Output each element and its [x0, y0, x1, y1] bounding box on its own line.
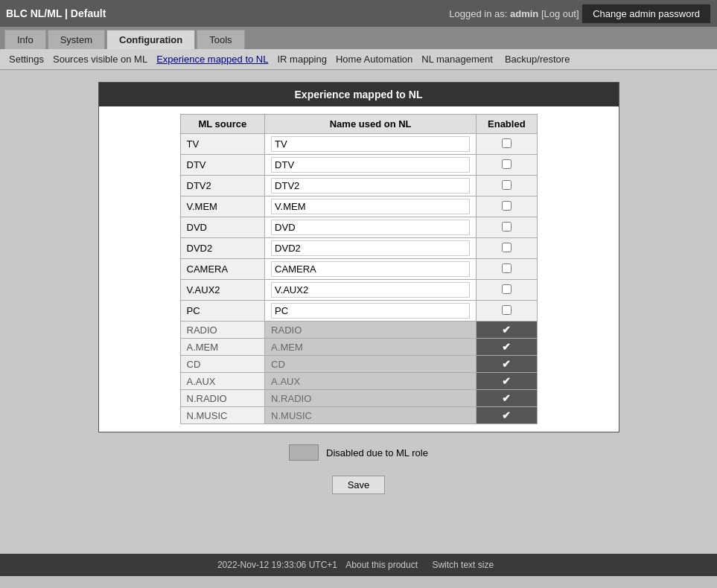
enabled-cell[interactable] [477, 301, 537, 322]
name-input[interactable] [271, 178, 470, 194]
name-cell: N.RADIO [265, 390, 477, 407]
ml-source-cell: DVD [180, 217, 265, 238]
enabled-checkbox[interactable] [502, 201, 512, 211]
table-row: DTV2 [180, 176, 537, 196]
footer-timestamp: 2022-Nov-12 19:33:06 UTC+1 [217, 560, 337, 570]
enabled-cell[interactable] [477, 217, 537, 238]
logout-link[interactable]: [Log out] [541, 8, 579, 19]
name-input[interactable] [271, 282, 470, 298]
ml-source-cell: CAMERA [180, 259, 265, 280]
table-container: Experience mapped to NL ML source Name u… [98, 82, 619, 432]
name-cell: N.MUSIC [265, 407, 477, 424]
sub-nav-sources[interactable]: Sources visible on ML [50, 52, 150, 66]
tab-info[interactable]: Info [4, 30, 46, 49]
enabled-checkbox[interactable] [502, 159, 512, 169]
about-link[interactable]: About this product [345, 560, 418, 570]
ml-source-cell: TV [180, 134, 265, 155]
ml-source-cell: N.MUSIC [180, 407, 265, 424]
sub-nav-settings[interactable]: Settings [6, 52, 47, 66]
name-cell[interactable] [265, 134, 477, 155]
name-cell: RADIO [265, 322, 477, 339]
app-title: BLC NL/ML | Default [6, 7, 106, 19]
table-row: TV [180, 134, 537, 155]
col-enabled: Enabled [477, 115, 537, 134]
enabled-cell: ✔ [477, 356, 537, 373]
enabled-cell: ✔ [477, 322, 537, 339]
enabled-cell[interactable] [477, 280, 537, 301]
sub-nav-home-auto[interactable]: Home Automation [333, 52, 415, 66]
name-input[interactable] [271, 199, 470, 214]
name-cell[interactable] [265, 155, 477, 176]
tab-configuration[interactable]: Configuration [106, 30, 195, 49]
enabled-cell[interactable] [477, 238, 537, 259]
auth-area: Logged in as: admin [Log out] Change adm… [449, 4, 711, 24]
table-row: CDCD✔ [180, 356, 537, 373]
name-cell[interactable] [265, 259, 477, 280]
table-row: V.AUX2 [180, 280, 537, 301]
enabled-checkbox[interactable] [502, 284, 512, 294]
sub-nav-nl-mgmt[interactable]: NL management [418, 52, 496, 66]
table-row: DTV [180, 155, 537, 176]
tab-system[interactable]: System [48, 30, 105, 49]
sub-nav-ir[interactable]: IR mapping [274, 52, 329, 66]
ml-source-cell: DVD2 [180, 238, 265, 259]
ml-source-cell: DTV2 [180, 176, 265, 196]
col-name-on-nl: Name used on NL [265, 115, 477, 134]
name-cell: CD [265, 356, 477, 373]
logged-in-text: Logged in as: [449, 8, 507, 19]
main-content: Experience mapped to NL ML source Name u… [0, 70, 717, 554]
table-row: RADIORADIO✔ [180, 322, 537, 339]
enabled-cell[interactable] [477, 134, 537, 155]
enabled-cell: ✔ [477, 407, 537, 424]
ml-source-cell: V.MEM [180, 196, 265, 217]
table-row: N.MUSICN.MUSIC✔ [180, 407, 537, 424]
checkmark-icon: ✔ [502, 324, 511, 336]
enabled-checkbox[interactable] [502, 138, 512, 148]
checkmark-icon: ✔ [502, 392, 511, 404]
name-cell[interactable] [265, 280, 477, 301]
enabled-cell[interactable] [477, 176, 537, 196]
name-cell[interactable] [265, 301, 477, 322]
enabled-checkbox[interactable] [502, 263, 512, 273]
footer: 2022-Nov-12 19:33:06 UTC+1 About this pr… [0, 554, 717, 576]
sub-nav-backup[interactable]: Backup/restore [502, 52, 573, 66]
ml-source-cell: A.MEM [180, 339, 265, 356]
name-cell[interactable] [265, 176, 477, 196]
name-cell[interactable] [265, 196, 477, 217]
checkmark-icon: ✔ [502, 358, 511, 370]
name-input[interactable] [271, 303, 470, 319]
name-cell[interactable] [265, 238, 477, 259]
table-row: A.MEMA.MEM✔ [180, 339, 537, 356]
sub-nav-experience[interactable]: Experience mapped to NL [153, 52, 271, 66]
ml-source-cell: CD [180, 356, 265, 373]
name-input[interactable] [271, 240, 470, 256]
logged-in-user: admin [510, 8, 538, 19]
name-input[interactable] [271, 136, 470, 152]
ml-source-cell: DTV [180, 155, 265, 176]
main-table: ML source Name used on NL Enabled TVDTVD… [180, 114, 538, 424]
enabled-cell[interactable] [477, 259, 537, 280]
change-password-button[interactable]: Change admin password [581, 4, 711, 24]
name-input[interactable] [271, 261, 470, 277]
tab-tools[interactable]: Tools [197, 30, 244, 49]
name-input[interactable] [271, 220, 470, 235]
table-row: A.AUXA.AUX✔ [180, 373, 537, 390]
enabled-checkbox[interactable] [502, 222, 512, 231]
enabled-cell[interactable] [477, 155, 537, 176]
save-button[interactable]: Save [332, 476, 386, 494]
enabled-checkbox[interactable] [502, 243, 512, 252]
enabled-checkbox[interactable] [502, 305, 512, 315]
save-area: Save [12, 476, 705, 494]
enabled-checkbox[interactable] [502, 180, 512, 190]
table-header-row: ML source Name used on NL Enabled [180, 115, 537, 134]
name-input[interactable] [271, 157, 470, 173]
legend-area: Disabled due to ML role [12, 444, 705, 461]
name-cell[interactable] [265, 217, 477, 238]
table-row: PC [180, 301, 537, 322]
table-row: DVD [180, 217, 537, 238]
switch-text-link[interactable]: Switch text size [432, 560, 494, 570]
table-title: Experience mapped to NL [99, 83, 619, 106]
legend-box [289, 444, 319, 461]
enabled-cell[interactable] [477, 196, 537, 217]
table-row: DVD2 [180, 238, 537, 259]
